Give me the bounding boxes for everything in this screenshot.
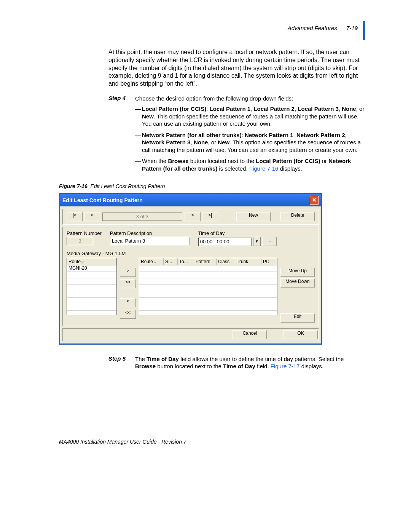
nav-section: |< < 3 of 3 > >| New Delete bbox=[62, 209, 319, 225]
step-5-label: Step 5 bbox=[108, 355, 135, 370]
bullet2-lead: Network Pattern (for all other trunks) bbox=[142, 132, 242, 138]
figure-caption: Figure 7-16 Edit Least Cost Routing Patt… bbox=[59, 183, 365, 189]
ok-button[interactable]: OK bbox=[284, 330, 318, 339]
header-page-num: 7-19 bbox=[339, 25, 358, 31]
col-route: Route bbox=[141, 259, 153, 264]
pattern-desc-field[interactable]: Local Pattern 3 bbox=[110, 237, 190, 245]
list-item bbox=[67, 298, 116, 304]
step4-bullet-3: — When the Browse button located next to… bbox=[135, 157, 365, 172]
dialog-titlebar: Edit Least Cost Routing Pattern ✕ bbox=[60, 194, 321, 206]
remove-all-button[interactable]: << bbox=[120, 310, 136, 319]
list-item bbox=[67, 278, 116, 285]
left-col-route: Route bbox=[68, 259, 81, 264]
intro-paragraph: At this point, the user may need to conf… bbox=[108, 48, 365, 88]
figure-title: Edit Least Cost Routing Pattern bbox=[90, 183, 165, 189]
figure-7-17-link[interactable]: Figure 7-17 bbox=[271, 363, 300, 369]
lcr-dialog: Edit Least Cost Routing Pattern ✕ |< < 3… bbox=[59, 193, 322, 345]
add-all-button[interactable]: >> bbox=[120, 279, 136, 288]
remove-one-button[interactable]: < bbox=[120, 298, 136, 307]
list-item bbox=[139, 304, 277, 311]
nav-first-button[interactable]: |< bbox=[67, 212, 83, 221]
nav-next-button[interactable]: > bbox=[185, 212, 201, 221]
dialog-title: Edit Least Cost Routing Pattern bbox=[62, 197, 143, 203]
pattern-number-field: 3 bbox=[67, 237, 93, 245]
header-accent-bar bbox=[363, 21, 365, 40]
bullet1-lead: Local Pattern (for CCIS) bbox=[142, 105, 206, 112]
move-up-button[interactable]: Move Up bbox=[280, 268, 315, 277]
time-of-day-field[interactable]: 00:00 - 00:00 bbox=[198, 238, 252, 246]
pattern-number-label: Pattern Number bbox=[67, 230, 102, 236]
new-button[interactable]: New bbox=[236, 212, 271, 221]
available-routes-list[interactable]: Route MGNI-20 bbox=[67, 258, 117, 315]
nav-last-button[interactable]: >| bbox=[202, 212, 218, 221]
list-item bbox=[139, 285, 277, 291]
close-icon[interactable]: ✕ bbox=[310, 196, 319, 205]
figure-rule bbox=[59, 180, 249, 180]
move-down-button[interactable]: Move Down bbox=[280, 278, 315, 288]
pattern-desc-label: Pattern Description bbox=[110, 230, 190, 236]
step4-bullet-2: — Network Pattern (for all other trunks)… bbox=[135, 131, 365, 154]
col-pc: PC bbox=[261, 258, 276, 265]
figure-7-16-link[interactable]: Figure 7-16 bbox=[249, 165, 279, 172]
step-4-text: Choose the desired option from the follo… bbox=[135, 95, 365, 102]
dash-icon: — bbox=[135, 131, 142, 154]
selected-routes-list[interactable]: Route S... To... Pattern Class Trunk PC bbox=[139, 258, 277, 315]
nav-position: 3 of 3 bbox=[102, 212, 182, 221]
nav-prev-button[interactable]: < bbox=[84, 212, 100, 221]
list-item bbox=[67, 291, 116, 298]
chevron-down-icon[interactable]: ▼ bbox=[253, 237, 261, 246]
dash-icon: — bbox=[135, 105, 142, 128]
add-one-button[interactable]: > bbox=[120, 268, 136, 277]
fields-section: Pattern Number 3 Pattern Description Loc… bbox=[62, 227, 319, 326]
step-4-label: Step 4 bbox=[108, 95, 135, 102]
page-header: Advanced Features 7-19 bbox=[59, 25, 365, 31]
dash-icon: — bbox=[135, 157, 142, 172]
header-section: Advanced Features bbox=[288, 25, 337, 31]
col-trunk: Trunk bbox=[235, 258, 261, 265]
col-s: S... bbox=[164, 258, 178, 265]
step4-bullet-1: — Local Pattern (for CCIS): Local Patter… bbox=[135, 105, 365, 128]
list-item bbox=[139, 298, 277, 304]
delete-button[interactable]: Delete bbox=[280, 212, 315, 221]
figure-number: Figure 7-16 bbox=[59, 183, 88, 189]
col-class: Class bbox=[217, 258, 235, 265]
list-item bbox=[139, 265, 277, 272]
col-pattern: Pattern bbox=[194, 258, 217, 265]
edit-button[interactable]: Edit bbox=[280, 313, 315, 323]
list-item bbox=[67, 304, 116, 311]
list-item[interactable]: MGNI-20 bbox=[67, 265, 116, 272]
list-item bbox=[139, 278, 277, 285]
time-of-day-label: Time of Day bbox=[198, 230, 277, 236]
col-to: To... bbox=[178, 258, 194, 265]
step-4-row: Step 4 Choose the desired option from th… bbox=[108, 95, 365, 102]
time-of-day-browse-button[interactable]: ... bbox=[262, 237, 277, 246]
step-5-row: Step 5 The Time of Day field allows the … bbox=[108, 355, 365, 370]
list-item bbox=[139, 272, 277, 278]
dialog-bottom: Cancel OK bbox=[62, 328, 319, 341]
list-item bbox=[139, 291, 277, 298]
list-item bbox=[67, 285, 116, 291]
page-footer: MA4000 Installation Manager User Guide -… bbox=[59, 439, 365, 445]
list-item bbox=[67, 272, 116, 278]
media-gateway-label: Media Gateway - MG 1.5M bbox=[67, 251, 315, 256]
cancel-button[interactable]: Cancel bbox=[233, 330, 267, 339]
